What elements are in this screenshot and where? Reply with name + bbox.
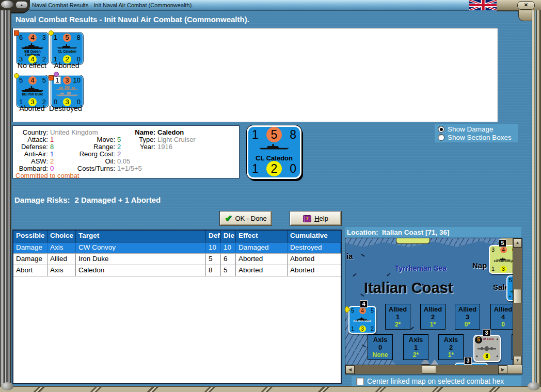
table-row[interactable]: AbortAxisCaledon 85Aborted Aborted xyxy=(13,265,341,276)
type-label: Type: xyxy=(124,136,155,143)
hex-edge-marks xyxy=(361,254,365,257)
table-header-row: Possible Choice Target Def Die Effect Cu… xyxy=(13,231,341,242)
map-hscrollbar[interactable]: ◀ ▶ xyxy=(345,365,522,374)
section-box-axis-0[interactable]: Axis 0 None xyxy=(368,334,393,360)
battleship-silhouette-icon xyxy=(20,85,45,92)
map-vscrollbar[interactable]: ▲ ▼ xyxy=(513,238,522,365)
window-menu-icon[interactable]: ▲ xyxy=(15,1,28,9)
close-icon[interactable]: ✕ xyxy=(517,1,535,10)
map-counter-bf110[interactable]: 5 Bf 110G 8 * * * xyxy=(473,335,501,362)
help-button[interactable]: ? Help xyxy=(290,211,342,226)
move-value: 5 xyxy=(117,136,121,143)
reorg-value: 2 xyxy=(117,150,121,158)
damage-value-box: 1 xyxy=(54,76,61,84)
unit-counter-convoy[interactable]: 1310 030 xyxy=(51,75,83,107)
unit-details-panel: Country: United Kingdom Name: Caledon At… xyxy=(12,125,240,178)
stack-size-badge: 4 xyxy=(360,300,368,308)
combat-table-panel: Possible Choice Target Def Die Effect Cu… xyxy=(12,230,342,384)
scroll-down-icon[interactable]: ▼ xyxy=(513,356,522,365)
section-box-allied-3[interactable]: Allied 3 0* xyxy=(455,304,480,330)
checkmark-icon: ✔ xyxy=(225,215,232,222)
location-value: Italian Coast [71, 36] xyxy=(382,228,450,236)
reorg-label: Reorg Cost: xyxy=(54,150,115,158)
destroyed-marker-icon xyxy=(54,72,59,77)
year-value: 1916 xyxy=(157,143,172,151)
type-value: Light Cruiser xyxy=(157,136,196,143)
unit-name: BB Iron Duke xyxy=(349,319,375,322)
ok-done-button[interactable]: ✔ OK - Done xyxy=(219,211,272,226)
damage-risks-heading: Damage Risks:2 Damaged + 1 Aborted xyxy=(14,195,161,204)
table-row[interactable]: DamageAlliedIron Duke 56Aborted Aborted xyxy=(13,254,341,265)
hscroll-thumb[interactable] xyxy=(422,366,436,373)
battleship-silhouette-icon xyxy=(20,42,45,50)
attack-label: Attack: xyxy=(13,136,48,143)
section-box-allied-1[interactable]: Allied 1 2* xyxy=(385,304,410,330)
antiair-value: 1 xyxy=(50,150,54,158)
center-map-checkbox[interactable] xyxy=(356,378,364,385)
bombard-value: 0 xyxy=(50,165,54,172)
stack-size-badge: 3 xyxy=(483,329,490,337)
center-map-checkbox-label[interactable]: Center linked map on selected combat hex xyxy=(367,377,504,385)
unit-counter-queen-elizabeth[interactable]: 643 BB QueenElizabeth 342 xyxy=(17,32,49,64)
location-label: Location: xyxy=(347,228,378,236)
location-strip: Location: Italian Coast [71, 36] xyxy=(345,227,521,237)
country-label: Country: xyxy=(13,128,48,136)
map-counter-iron-duke[interactable]: 545 BB Iron Duke 132 xyxy=(348,306,376,334)
unit-counter-caledon[interactable]: 158 CL Caledon 120 xyxy=(51,32,83,64)
title-bar[interactable]: Naval Combat Results - Init Naval Air Co… xyxy=(0,0,541,10)
radio-show-section-boxes[interactable]: Show Section Boxes xyxy=(438,134,512,141)
hex-edge-marks xyxy=(353,273,357,277)
damage-marker-icon xyxy=(49,75,54,80)
unit-name: CL Caledon xyxy=(52,50,83,54)
table-row[interactable]: DamageAxisCW Convoy 1010Damaged Destroye… xyxy=(13,242,341,254)
vscroll-thumb[interactable] xyxy=(514,289,521,303)
selected-unit-counter: 158 CL Caledon 120 xyxy=(247,125,301,179)
city-naples-label: Nap xyxy=(472,261,487,270)
section-box-allied-4[interactable]: Allied 4 0 xyxy=(490,304,516,330)
scroll-right-icon[interactable]: ▶ xyxy=(498,365,507,374)
antiair-label: Anti-Air: xyxy=(13,150,48,158)
oil-value: 0.05 xyxy=(117,157,130,165)
section-box-allied-2[interactable]: Allied 2 1* xyxy=(420,304,445,330)
combat-results-panel: 643 BB QueenElizabeth 342 No effect 158 … xyxy=(12,28,498,122)
window-sphere-icon xyxy=(1,1,13,8)
window-title: Naval Combat Results - Init Naval Air Co… xyxy=(32,2,193,8)
section-box-axis-2[interactable]: Axis 2 1* xyxy=(438,334,464,360)
scroll-up-icon[interactable]: ▲ xyxy=(513,238,522,248)
attack-rating: 4 xyxy=(28,76,37,85)
defense-label: Defense: xyxy=(13,143,48,151)
defense-value: 8 xyxy=(50,143,54,151)
sea-name-label: Tyrrhenian Sea xyxy=(395,264,447,272)
region-name-label: Italian Coast xyxy=(364,280,453,297)
map-edge-label: ia xyxy=(346,252,353,260)
scroll-left-icon[interactable]: ◀ xyxy=(345,365,355,374)
radio-show-damage[interactable]: Show Damage xyxy=(438,125,494,133)
window-border-left xyxy=(0,10,11,386)
move-label: Move: xyxy=(54,136,115,143)
night-fighter-rating: 5 xyxy=(475,336,482,344)
help-book-icon: ? xyxy=(303,215,311,222)
col-cumulative: Cumulative xyxy=(288,231,341,242)
abort-marker-icon xyxy=(14,73,19,78)
radio-selected-icon[interactable] xyxy=(438,126,444,133)
cruiser-silhouette-icon xyxy=(256,141,293,151)
abort-marker-icon xyxy=(49,30,54,36)
radio-unselected-icon[interactable] xyxy=(438,134,444,141)
col-die: Die xyxy=(221,231,236,242)
col-effect: Effect xyxy=(236,231,288,242)
corner-knob-right xyxy=(528,382,540,390)
country-value: United Kingdom xyxy=(50,128,98,136)
col-target: Target xyxy=(76,231,206,242)
bombard-label: Bombard: xyxy=(13,165,48,172)
window-border-right xyxy=(532,10,541,386)
stack-size-badge: 5 xyxy=(499,239,506,247)
map-checkbox-band: Center linked map on selected combat hex xyxy=(352,376,521,386)
cruiser-silhouette-icon xyxy=(494,254,513,258)
range-value: 2 xyxy=(117,143,121,151)
attack-rating: 5 xyxy=(63,34,71,42)
costs-value: 1+1/5+5 xyxy=(117,165,142,172)
section-box-axis-1[interactable]: Axis 1 2* xyxy=(403,334,428,360)
unit-counter-iron-duke[interactable]: 545 BB Iron Duke 132 xyxy=(17,75,49,107)
attack-rating: 3 xyxy=(63,76,71,85)
linked-map[interactable]: ia Tyrrhenian Sea Italian Coast Nap Sale… xyxy=(345,238,522,366)
